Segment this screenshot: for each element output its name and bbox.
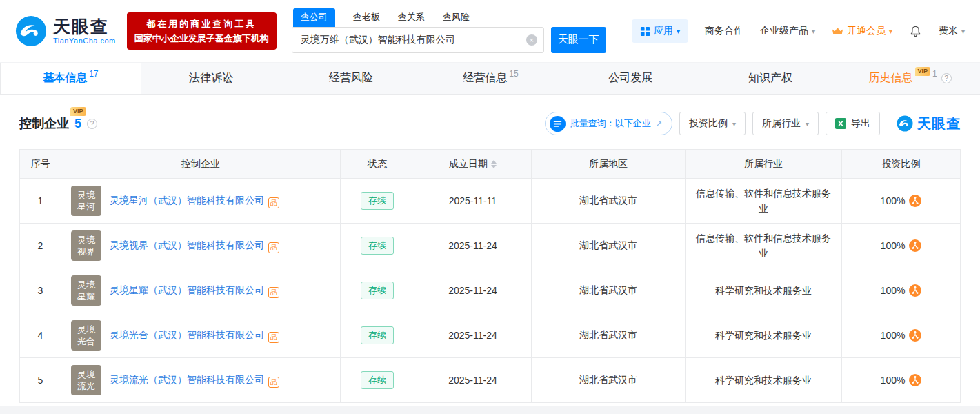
industry-filter-label: 所属行业 bbox=[762, 117, 801, 130]
row-index: 2 bbox=[20, 224, 61, 268]
tab-operating-risk[interactable]: 经营风险 bbox=[281, 63, 421, 94]
help-icon[interactable]: ? bbox=[87, 119, 97, 129]
crown-icon bbox=[832, 26, 843, 36]
batch-query-icon bbox=[550, 116, 566, 132]
search-tabs: 查公司 查老板 查关系 查风险 bbox=[292, 10, 606, 27]
slogan-line1: 都在用的商业查询工具 bbox=[134, 17, 269, 31]
section-count: 5 bbox=[74, 117, 81, 131]
export-button[interactable]: 导出 bbox=[826, 112, 880, 135]
tab-intellectual-property[interactable]: 知识产权 bbox=[701, 63, 841, 94]
business-cooperation-link[interactable]: 商务合作 bbox=[705, 25, 743, 37]
search-tab-company[interactable]: 查公司 bbox=[293, 8, 335, 27]
tab-label: 公司发展 bbox=[608, 71, 652, 86]
tianyancha-logo[interactable]: 天眼查 TianYanCha.com bbox=[15, 15, 116, 47]
tab-label: 历史信息 bbox=[869, 71, 913, 86]
table-row: 4 灵境光合 灵境光合（武汉）智能科技有限公司品 存续 2025-11-24 湖… bbox=[20, 313, 961, 358]
help-icon[interactable]: ? bbox=[941, 73, 952, 83]
toolbar: 批量查询：以下企业 ↗ 投资比例 ▾ 所属行业 ▾ 导出 bbox=[545, 112, 961, 135]
industry: 科学研究和技术服务业 bbox=[686, 313, 842, 358]
tab-count: 17 bbox=[89, 69, 98, 79]
user-menu[interactable]: 费米 ▾ bbox=[939, 25, 965, 37]
status-badge: 存续 bbox=[361, 326, 394, 344]
product-brand-icon[interactable]: 品 bbox=[268, 242, 279, 253]
company-avatar: 灵境光合 bbox=[71, 320, 101, 351]
tab-count: 1 bbox=[932, 69, 937, 79]
chevron-down-icon: ▾ bbox=[732, 120, 736, 128]
status-badge: 存续 bbox=[361, 371, 394, 389]
table-row: 1 灵境星河 灵境星河（武汉）智能科技有限公司品 存续 2025-11-11 湖… bbox=[20, 179, 961, 224]
date-column-label: 成立日期 bbox=[449, 158, 488, 170]
batch-query-button[interactable]: 批量查询：以下企业 ↗ bbox=[545, 112, 672, 135]
establish-date: 2025-11-24 bbox=[414, 268, 532, 313]
vip-upgrade-menu[interactable]: 开通会员 ▾ bbox=[832, 25, 892, 37]
industry-filter[interactable]: 所属行业 ▾ bbox=[752, 112, 819, 135]
chevron-down-icon: ▾ bbox=[806, 120, 809, 128]
company-link[interactable]: 灵境光合（武汉）智能科技有限公司 bbox=[110, 329, 264, 340]
enterprise-products-menu[interactable]: 企业级产品 ▾ bbox=[760, 25, 815, 37]
equity-structure-icon[interactable] bbox=[909, 239, 921, 252]
notification-bell-icon[interactable] bbox=[909, 25, 922, 38]
tab-label: 经营风险 bbox=[329, 71, 373, 86]
sort-icon[interactable] bbox=[491, 160, 497, 168]
watermark-label: 天眼查 bbox=[917, 115, 961, 133]
region: 湖北省武汉市 bbox=[532, 358, 686, 403]
search-tab-risk[interactable]: 查风险 bbox=[443, 11, 470, 27]
company-avatar: 灵境流光 bbox=[71, 365, 101, 395]
search-area: 查公司 查老板 查关系 查风险 × 天眼一下 bbox=[292, 10, 606, 53]
industry: 信息传输、软件和信息技术服务业 bbox=[686, 179, 842, 224]
external-link-icon: ↗ bbox=[656, 119, 662, 128]
tab-history-info[interactable]: 历史信息 VIP 1 ? bbox=[840, 63, 980, 94]
apps-label: 应用 bbox=[654, 25, 673, 37]
tab-basic-info[interactable]: 基本信息 17 bbox=[0, 63, 141, 94]
establish-date: 2025-11-24 bbox=[414, 224, 532, 268]
chevron-down-icon: ▾ bbox=[677, 28, 680, 35]
clear-icon[interactable]: × bbox=[526, 34, 537, 46]
equity-structure-icon[interactable] bbox=[909, 284, 921, 297]
company-link[interactable]: 灵境星耀（武汉）智能科技有限公司 bbox=[110, 284, 264, 295]
top-nav: 应用 ▾ 商务合作 企业级产品 ▾ 开通会员 ▾ 费米 bbox=[632, 19, 965, 43]
apps-menu[interactable]: 应用 ▾ bbox=[632, 19, 688, 43]
chevron-down-icon: ▾ bbox=[812, 28, 815, 35]
product-brand-icon[interactable]: 品 bbox=[268, 197, 279, 208]
tab-company-development[interactable]: 公司发展 bbox=[561, 63, 701, 94]
equity-structure-icon[interactable] bbox=[909, 329, 921, 342]
column-header-no: 序号 bbox=[20, 150, 61, 179]
company-link[interactable]: 灵境流光（武汉）智能科技有限公司 bbox=[110, 374, 264, 385]
top-header: 天眼查 TianYanCha.com 都在用的商业查询工具 国家中小企业发展子基… bbox=[0, 0, 980, 62]
excel-icon bbox=[835, 118, 846, 129]
company-link[interactable]: 灵境视界（武汉）智能科技有限公司 bbox=[110, 239, 264, 250]
tab-business-info[interactable]: 经营信息 15 bbox=[421, 63, 561, 94]
product-brand-icon[interactable]: 品 bbox=[268, 332, 279, 343]
company-avatar: 灵境星耀 bbox=[71, 275, 101, 306]
column-header-date: 成立日期 bbox=[414, 150, 532, 179]
row-index: 1 bbox=[20, 179, 61, 224]
equity-structure-icon[interactable] bbox=[909, 195, 921, 207]
investment-ratio-filter[interactable]: 投资比例 ▾ bbox=[679, 112, 746, 135]
vip-badge: VIP bbox=[915, 67, 931, 76]
equity-structure-icon[interactable] bbox=[909, 374, 921, 386]
ratio-value: 100% bbox=[881, 330, 906, 341]
row-index: 5 bbox=[20, 358, 61, 403]
search-tab-boss[interactable]: 查老板 bbox=[353, 11, 380, 27]
tab-label: 知识产权 bbox=[748, 71, 792, 86]
ratio-value: 100% bbox=[881, 195, 906, 206]
company-link[interactable]: 灵境星河（武汉）智能科技有限公司 bbox=[110, 195, 264, 206]
tianyancha-watermark: 天眼查 bbox=[897, 115, 961, 133]
industry: 信息传输、软件和信息技术服务业 bbox=[686, 224, 842, 268]
product-brand-icon[interactable]: 品 bbox=[268, 377, 279, 388]
ratio-value: 100% bbox=[881, 285, 906, 296]
ratio-filter-label: 投资比例 bbox=[689, 117, 728, 130]
logo-icon bbox=[897, 115, 913, 132]
tab-label: 基本信息 bbox=[43, 71, 87, 86]
controlled-companies-table: 序号 控制企业 状态 成立日期 所属地区 所属行业 投资比例 1 bbox=[19, 149, 961, 403]
tab-legal-proceedings[interactable]: 法律诉讼 bbox=[141, 63, 281, 94]
tab-label: 法律诉讼 bbox=[189, 71, 233, 86]
table-row: 2 灵境视界 灵境视界（武汉）智能科技有限公司品 存续 2025-11-24 湖… bbox=[20, 224, 961, 268]
product-brand-icon[interactable]: 品 bbox=[268, 287, 279, 298]
search-tab-relation[interactable]: 查关系 bbox=[398, 11, 425, 27]
establish-date: 2025-11-24 bbox=[414, 358, 532, 403]
search-button[interactable]: 天眼一下 bbox=[551, 27, 606, 53]
ratio-value: 100% bbox=[881, 240, 906, 251]
search-input[interactable] bbox=[292, 27, 544, 53]
column-header-region: 所属地区 bbox=[532, 150, 686, 179]
